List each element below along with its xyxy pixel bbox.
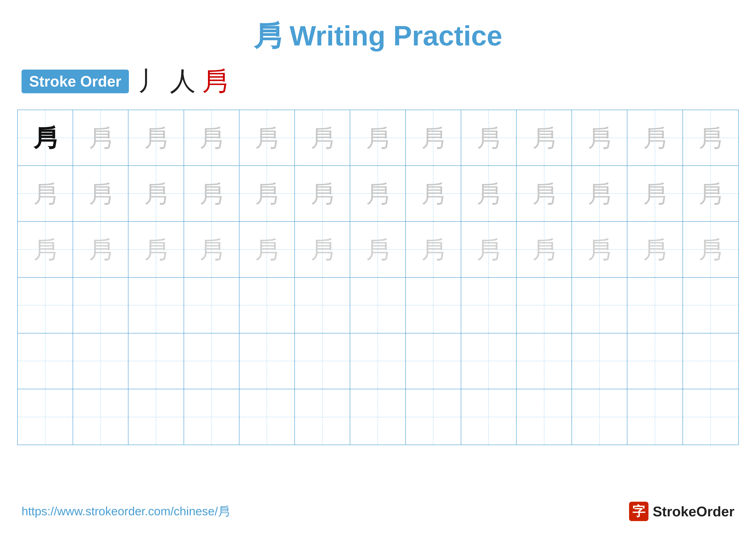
grid-cell[interactable]: 㐆 — [18, 222, 73, 277]
grid-cell[interactable]: 㐆 — [184, 166, 239, 221]
grid-cell[interactable] — [128, 333, 184, 389]
grid-cell[interactable]: 㐆 — [295, 166, 350, 221]
grid-cell[interactable]: 㐆 — [627, 166, 683, 221]
grid-cell[interactable]: 㐆 — [406, 110, 461, 165]
grid-row-6 — [18, 389, 738, 445]
grid-cell[interactable] — [18, 278, 73, 333]
grid-cell[interactable] — [295, 389, 350, 445]
grid-cell[interactable] — [683, 389, 738, 445]
grid-cell[interactable]: 㐆 — [239, 110, 295, 165]
grid-cell[interactable] — [295, 278, 350, 333]
grid-cell[interactable]: 㐆 — [184, 110, 239, 165]
grid-cell[interactable]: 㐆 — [572, 166, 627, 221]
grid-cell[interactable]: 㐆 — [461, 166, 517, 221]
grid-cell[interactable]: 㐆 — [73, 166, 128, 221]
grid-cell[interactable]: 㐆 — [572, 222, 627, 277]
grid-cell[interactable]: 㐆 — [184, 222, 239, 277]
grid-cell[interactable]: 㐆 — [73, 110, 128, 165]
grid-cell[interactable] — [627, 333, 683, 389]
grid-cell[interactable]: 㐆 — [683, 110, 738, 165]
grid-cell[interactable] — [295, 333, 350, 389]
grid-cell[interactable]: 㐆 — [627, 110, 683, 165]
stroke-1: 丿 — [138, 64, 163, 99]
grid-cell[interactable]: 㐆 — [350, 110, 406, 165]
grid-cell[interactable]: 㐆 — [73, 222, 128, 277]
grid-cell[interactable] — [461, 333, 517, 389]
grid-cell[interactable] — [627, 278, 683, 333]
grid-cell[interactable] — [406, 389, 461, 445]
grid-cell[interactable] — [128, 278, 184, 333]
grid-cell[interactable]: 㐆 — [18, 110, 73, 165]
grid-cell[interactable]: 㐆 — [128, 222, 184, 277]
practice-char: 㐆 — [310, 182, 334, 206]
practice-char: 㐆 — [89, 238, 113, 261]
grid-cell[interactable] — [18, 389, 73, 445]
grid-cell[interactable]: 㐆 — [406, 222, 461, 277]
practice-char: 㐆 — [421, 182, 445, 206]
grid-cell[interactable] — [683, 278, 738, 333]
grid-cell[interactable] — [517, 389, 572, 445]
grid-cell[interactable] — [517, 278, 572, 333]
grid-cell[interactable] — [572, 333, 627, 389]
practice-char: 㐆 — [477, 126, 500, 150]
grid-cell[interactable] — [73, 389, 128, 445]
grid-cell[interactable]: 㐆 — [128, 110, 184, 165]
grid-cell[interactable] — [128, 389, 184, 445]
page-header: 㐆 Writing Practice — [0, 0, 756, 64]
practice-char: 㐆 — [200, 238, 223, 261]
grid-cell[interactable] — [73, 333, 128, 389]
grid-cell[interactable] — [406, 333, 461, 389]
grid-cell[interactable]: 㐆 — [350, 166, 406, 221]
grid-cell[interactable] — [239, 333, 295, 389]
grid-cell[interactable] — [461, 278, 517, 333]
grid-cell[interactable]: 㐆 — [295, 222, 350, 277]
grid-cell[interactable]: 㐆 — [517, 222, 572, 277]
grid-cell[interactable] — [517, 333, 572, 389]
grid-row-4 — [18, 278, 738, 333]
grid-cell[interactable]: 㐆 — [517, 110, 572, 165]
grid-cell[interactable] — [461, 389, 517, 445]
grid-cell[interactable]: 㐆 — [683, 222, 738, 277]
grid-cell[interactable] — [239, 389, 295, 445]
grid-cell[interactable] — [184, 333, 239, 389]
grid-cell[interactable] — [350, 278, 406, 333]
grid-cell[interactable]: 㐆 — [295, 110, 350, 165]
grid-cell[interactable]: 㐆 — [18, 166, 73, 221]
grid-cell[interactable] — [239, 278, 295, 333]
grid-cell[interactable] — [572, 278, 627, 333]
grid-cell[interactable] — [406, 278, 461, 333]
grid-cell[interactable] — [683, 333, 738, 389]
grid-cell[interactable] — [572, 389, 627, 445]
footer-url[interactable]: https://www.strokeorder.com/chinese/㐆 — [21, 503, 230, 519]
grid-cell[interactable]: 㐆 — [572, 110, 627, 165]
grid-cell[interactable] — [73, 278, 128, 333]
grid-cell[interactable]: 㐆 — [239, 222, 295, 277]
grid-cell[interactable]: 㐆 — [627, 222, 683, 277]
grid-cell[interactable] — [350, 333, 406, 389]
grid-cell[interactable]: 㐆 — [406, 166, 461, 221]
grid-cell[interactable]: 㐆 — [350, 222, 406, 277]
practice-char: 㐆 — [532, 126, 556, 150]
grid-cell[interactable] — [350, 389, 406, 445]
practice-char: 㐆 — [643, 126, 667, 150]
footer: https://www.strokeorder.com/chinese/㐆 字 … — [21, 502, 735, 521]
practice-char: 㐆 — [588, 182, 611, 206]
grid-cell[interactable]: 㐆 — [128, 166, 184, 221]
grid-cell[interactable] — [627, 389, 683, 445]
practice-char: 㐆 — [144, 182, 168, 206]
stroke-sequence: 丿 人 㐆 — [138, 64, 228, 99]
grid-cell[interactable]: 㐆 — [461, 222, 517, 277]
grid-cell[interactable] — [18, 333, 73, 389]
grid-cell[interactable]: 㐆 — [517, 166, 572, 221]
grid-cell[interactable] — [184, 389, 239, 445]
practice-char: 㐆 — [33, 238, 57, 261]
grid-row-1: 㐆 㐆 㐆 㐆 㐆 㐆 㐆 㐆 㐆 㐆 㐆 㐆 㐆 — [18, 110, 738, 166]
grid-cell[interactable]: 㐆 — [239, 166, 295, 221]
practice-char: 㐆 — [477, 238, 500, 261]
stroke-2: 人 — [170, 64, 196, 99]
grid-cell[interactable] — [184, 278, 239, 333]
title-character: 㐆 — [254, 20, 282, 51]
practice-char: 㐆 — [33, 126, 57, 150]
grid-cell[interactable]: 㐆 — [683, 166, 738, 221]
grid-cell[interactable]: 㐆 — [461, 110, 517, 165]
